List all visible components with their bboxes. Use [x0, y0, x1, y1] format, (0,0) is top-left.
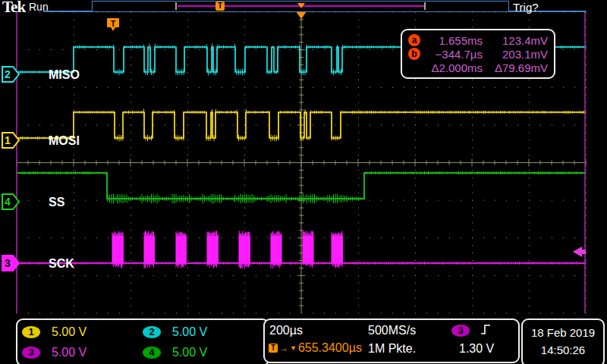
trigger-delay-icon: T: [269, 344, 278, 353]
window-start-bracket: [175, 2, 177, 10]
channel-3-scale: 3 5.00 V: [22, 346, 143, 359]
channel-2-scale: 2 5.00 V: [143, 325, 263, 339]
trigger-position-mini-icon: T: [215, 2, 225, 11]
datetime-box: 18 Feb 2019 14:50:26: [521, 318, 605, 364]
expansion-point-arrow: [296, 11, 307, 19]
cursor-b-time: −344.7µs: [426, 48, 483, 61]
channel-marker-mosi: 1MOSI: [2, 133, 80, 148]
channel-marker-ss: 4SS: [2, 194, 65, 209]
channel-4-volts-div: 5.00 V: [172, 346, 207, 359]
cursor-delta-spacer: [408, 61, 426, 74]
window-end-bracket: [424, 2, 426, 10]
trigger-status: Trig?: [513, 1, 539, 14]
channel-badge-number: 4: [5, 196, 11, 208]
cursor-a-time: 1.655ms: [426, 34, 483, 47]
channel-badge-number: 3: [5, 257, 11, 269]
record-length-value: 1M Pkte.: [368, 342, 416, 356]
trigger-source-badge: 3: [451, 325, 470, 337]
horizontal-trigger-box: 200µs 500MS/s 3 T → ▼ 655.3400µs 1M Pkte…: [263, 318, 520, 363]
tek-logo: Tek: [2, 0, 25, 17]
channel-badge-number: 2: [5, 68, 11, 80]
rising-edge-icon: [480, 323, 492, 336]
channel-3-volts-div: 5.00 V: [52, 346, 86, 359]
channel-1-badge: 1: [22, 326, 40, 338]
trigger-flag-label: T: [111, 19, 116, 28]
cursor-delta-voltage: Δ79.69mV: [483, 61, 548, 74]
cursor-b-badge: b: [408, 48, 420, 60]
signal-label-mosi: MOSI: [49, 134, 80, 147]
channel-4-badge: 4: [143, 347, 161, 359]
down-triangle-icon: ▼: [290, 344, 297, 352]
trigger-delay-value: 655.3400µs: [298, 341, 362, 355]
cursor-a-voltage: 123.4mV: [483, 34, 548, 47]
expansion-point-mini-icon: [297, 3, 305, 8]
channel-scale-box: 1 5.00 V 2 5.00 V 3 5.00 V 4 5.00 V: [16, 318, 269, 364]
channel-4-scale: 4 5.00 V: [143, 346, 263, 359]
acquisition-preview-bar[interactable]: T: [92, 1, 509, 12]
cursor-b-voltage: 203.1mV: [483, 48, 548, 61]
channel-marker-miso: 2MISO: [2, 67, 80, 82]
cursor-a-badge: a: [408, 34, 420, 46]
channel-1-volts-div: 5.00 V: [52, 325, 86, 339]
channel-1-scale: 1 5.00 V: [22, 325, 143, 339]
channel-3-badge: 3: [22, 347, 40, 359]
time-value: 14:50:26: [523, 341, 603, 359]
signal-label-miso: MISO: [49, 68, 80, 81]
oscilloscope-screen: T2MISO1MOSI4SS3SCK Tek Run T Trig? a 1.6…: [0, 0, 607, 364]
trigger-level-arrow[interactable]: [573, 246, 586, 257]
channel-badge-number: 1: [5, 134, 11, 146]
trigger-delay-readout: T → ▼ 655.3400µs: [269, 341, 362, 355]
signal-label-ss: SS: [49, 196, 65, 209]
channel-2-volts-div: 5.00 V: [172, 325, 207, 339]
signal-label-sck: SCK: [49, 257, 74, 270]
cursor-delta-time: Δ2.000ms: [426, 61, 483, 74]
trigger-level-value: 1.30 V: [459, 342, 494, 356]
sample-rate-value: 500MS/s: [368, 324, 416, 337]
date-value: 18 Feb 2019: [523, 324, 603, 341]
timebase-value: 200µs: [269, 324, 303, 337]
channel-2-badge: 2: [143, 326, 161, 338]
right-arrow-icon: →: [279, 343, 288, 353]
cursor-readout-box: a 1.655ms 123.4mV b −344.7µs 203.1mV Δ2.…: [401, 29, 555, 79]
